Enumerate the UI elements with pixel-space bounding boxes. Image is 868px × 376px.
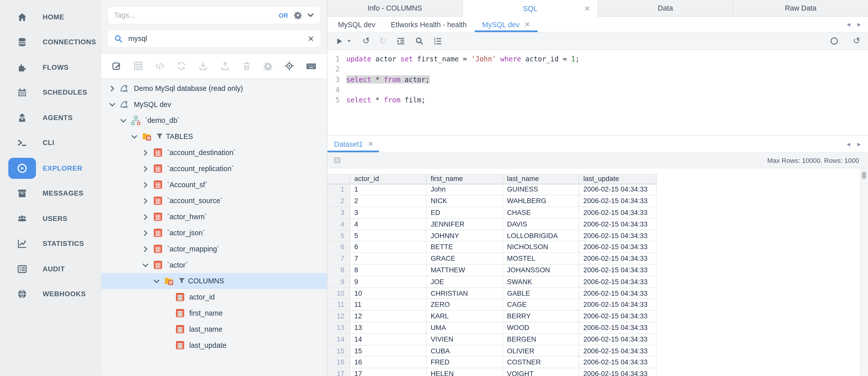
table-row[interactable]: 11JohnGUINESS2006-02-15 04:34:33	[328, 184, 656, 195]
column-header-last_name[interactable]: last_name	[502, 174, 579, 184]
table-row[interactable]: 77GRACEMOSTEL2006-02-15 04:34:33	[328, 253, 656, 264]
scroll-left-icon[interactable]: ◀	[847, 141, 850, 146]
cell[interactable]: CAGE	[502, 299, 579, 311]
cell[interactable]: MATTHEW	[426, 264, 502, 276]
column-header-actor_id[interactable]: actor_id	[349, 174, 426, 184]
cell[interactable]: VOIGHT	[502, 368, 579, 376]
table-row[interactable]: 1717HELENVOIGHT2006-02-15 04:34:33	[328, 368, 656, 376]
cell[interactable]: 2006-02-15 04:34:33	[579, 322, 656, 334]
chevron-right-icon[interactable]	[142, 213, 149, 220]
cell[interactable]: 2006-02-15 04:34:33	[579, 219, 656, 230]
gear-button[interactable]	[263, 61, 273, 70]
sql-editor[interactable]: 1update actor set first_name = 'John' wh…	[328, 50, 868, 136]
cell[interactable]: 4	[349, 219, 426, 230]
target-button[interactable]	[284, 61, 294, 71]
chevron-right-icon[interactable]	[142, 197, 149, 204]
refresh-button[interactable]	[177, 61, 187, 71]
table-row[interactable]: 1212KARLBERRY2006-02-15 04:34:33	[328, 311, 656, 322]
cell[interactable]: JOHANSSON	[502, 264, 579, 276]
tree-node-demo-mysql-database-read-only[interactable]: Demo MySql database (read only)	[101, 80, 327, 96]
history-button[interactable]: ↺	[853, 36, 860, 45]
table-row[interactable]: 99JOESWANK2006-02-15 04:34:33	[328, 276, 656, 287]
cell[interactable]: 11	[349, 299, 426, 311]
cell[interactable]: 2006-02-15 04:34:33	[579, 276, 656, 287]
table-row[interactable]: 88MATTHEWJOHANSSON2006-02-15 04:34:33	[328, 264, 656, 276]
search-button[interactable]	[415, 36, 424, 45]
cell[interactable]: CHASE	[502, 207, 579, 219]
tab-data[interactable]: Data	[598, 0, 733, 17]
indent-button[interactable]	[396, 36, 405, 46]
table-row[interactable]: 33EDCHASE2006-02-15 04:34:33	[328, 207, 656, 219]
sidebar-item-agents[interactable]: AGENTS	[0, 105, 100, 131]
scroll-right-icon[interactable]: ▶	[858, 141, 861, 146]
column-header-first_name[interactable]: first_name	[426, 174, 502, 184]
cell[interactable]: GRACE	[426, 253, 502, 264]
scroll-right-icon[interactable]: ▶	[858, 22, 861, 27]
cell[interactable]: BERGEN	[502, 334, 579, 345]
sidebar-item-explorer[interactable]: EXPLORER	[0, 155, 100, 181]
sidebar-item-cli[interactable]: CLI	[0, 131, 100, 155]
download-button[interactable]	[198, 61, 208, 71]
tree-node-actor_json[interactable]: `actor_json`	[101, 225, 327, 241]
close-dataset-icon[interactable]: ✕	[368, 140, 373, 148]
tree-node-first_name[interactable]: first_name	[101, 305, 327, 321]
tree-node-account_source[interactable]: `account_source`	[101, 193, 327, 209]
table-row[interactable]: 22NICKWAHLBERG2006-02-15 04:34:33	[328, 195, 656, 207]
tree-node-mysql-dev[interactable]: MySQL dev	[101, 96, 327, 113]
vertical-scrollbar[interactable]	[860, 168, 868, 376]
chevron-right-icon[interactable]	[142, 165, 149, 172]
cell[interactable]: 12	[349, 311, 426, 322]
tree-node-actor_hwm[interactable]: `actor_hwm`	[101, 209, 327, 225]
tree-node-demo_db[interactable]: `demo_db`	[101, 113, 327, 128]
cell[interactable]: 2006-02-15 04:34:33	[579, 264, 656, 276]
cell[interactable]: MOSTEL	[502, 253, 579, 264]
cell[interactable]: VIVIEN	[426, 334, 502, 345]
column-header-last_update[interactable]: last_update	[579, 174, 656, 184]
chevron-down-icon[interactable]	[120, 117, 127, 123]
tags-input[interactable]: Tags... OR	[107, 6, 321, 24]
tab-sql[interactable]: SQL✕	[463, 0, 598, 17]
subtab-mysql-dev[interactable]: MySQL dev	[330, 17, 383, 32]
cell[interactable]: BETTE	[426, 241, 502, 253]
sidebar-item-users[interactable]: USERS	[0, 206, 100, 231]
tree-search-input[interactable]: mysql ✕	[107, 29, 321, 48]
subtab-etlworks-health-health[interactable]: Etlworks Health - health	[383, 17, 474, 32]
cell[interactable]: 2006-02-15 04:34:33	[579, 207, 656, 219]
cell[interactable]: LOLLOBRIGIDA	[502, 230, 579, 241]
cell[interactable]: 5	[349, 230, 426, 241]
cell[interactable]: 14	[349, 334, 426, 345]
grid-button[interactable]	[133, 61, 143, 71]
cell[interactable]: WAHLBERG	[502, 195, 579, 207]
table-row[interactable]: 44JENNIFERDAVIS2006-02-15 04:34:33	[328, 219, 656, 230]
chevron-down-icon[interactable]	[131, 133, 138, 140]
table-row[interactable]: 1616FREDCOSTNER2006-02-15 04:34:33	[328, 357, 656, 368]
circle-button[interactable]	[830, 36, 838, 45]
tags-operator-toggle[interactable]: OR	[279, 12, 288, 18]
cell[interactable]: DAVIS	[502, 219, 579, 230]
sidebar-item-statistics[interactable]: STATISTICS	[0, 231, 100, 256]
cell[interactable]: John	[426, 184, 502, 195]
cell[interactable]: 8	[349, 264, 426, 276]
trash-button[interactable]	[242, 61, 252, 71]
tree-node-last_update[interactable]: last_update	[101, 337, 327, 353]
code-button[interactable]	[155, 61, 165, 71]
cell[interactable]: CHRISTIAN	[426, 287, 502, 299]
keyboard-button[interactable]	[306, 61, 317, 71]
chevron-right-icon[interactable]	[142, 181, 149, 188]
tree-node-tables[interactable]: TABLES	[101, 128, 327, 144]
cell[interactable]: NICK	[426, 195, 502, 207]
sidebar-item-home[interactable]: HOME	[0, 4, 100, 30]
gear-icon[interactable]	[294, 11, 302, 19]
table-row[interactable]: 1414VIVIENBERGEN2006-02-15 04:34:33	[328, 334, 656, 345]
cell[interactable]: 2006-02-15 04:34:33	[579, 195, 656, 207]
cell[interactable]: GUINESS	[502, 184, 579, 195]
sidebar-item-webhooks[interactable]: WEBHOOKS	[0, 282, 100, 307]
tree-node-actor[interactable]: `actor`	[101, 257, 327, 273]
chevron-down-icon[interactable]	[153, 278, 160, 284]
tree-node-account_replication[interactable]: `account_replication`	[101, 161, 327, 177]
sidebar-item-connections[interactable]: CONNECTIONS	[0, 30, 100, 55]
cell[interactable]: OLIVIER	[502, 345, 579, 357]
edit-button[interactable]	[112, 61, 122, 71]
grid-view-icon[interactable]	[333, 156, 341, 164]
dataset-tab[interactable]: Dataset1 ✕	[328, 136, 379, 152]
